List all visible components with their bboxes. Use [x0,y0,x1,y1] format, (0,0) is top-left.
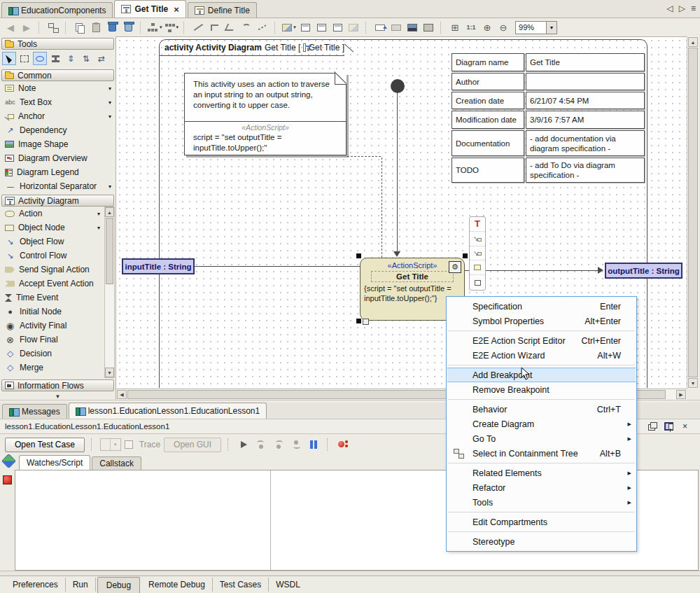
expand-tool[interactable] [470,275,485,290]
scrollbar-thumb[interactable] [688,48,698,377]
navigate-forward-icon[interactable]: ▶ [20,20,34,34]
free-select-tool[interactable] [18,52,31,65]
palette-item-object-node[interactable]: Object Node ▾ [0,221,104,235]
float-panel-icon[interactable] [648,422,657,431]
object-flow-tool[interactable]: ↘ [470,246,485,261]
diagram-info-table[interactable]: Diagram name Get Title Author Creation d… [451,53,645,184]
palette-item-object-flow[interactable]: ↘ Object Flow [0,235,104,249]
note-anchor-tool[interactable] [470,260,485,275]
step-over-icon[interactable] [272,438,286,452]
layout-hierarchy-icon[interactable]: ▾ [148,20,162,34]
paste-icon[interactable] [89,20,103,34]
tab-define-title[interactable]: Define Title [188,2,257,18]
menu-item-refactor[interactable]: Refactor ▶ [447,480,636,495]
scrollbar-thumb[interactable] [106,218,113,284]
diagram-tools-icon[interactable] [346,20,360,34]
menu-item-stereotype[interactable]: Stereotype [447,534,636,549]
zoom-in-icon[interactable]: ⊕ [480,20,494,34]
tab-education-components[interactable]: EducationComponents [1,2,113,18]
breakpoint-marker[interactable] [3,475,12,484]
tab-debug[interactable]: Debug [97,577,140,593]
menu-item-create-diagram[interactable]: Create Diagram ▶ [447,417,636,431]
swap-tool[interactable]: ⇄ [94,52,108,65]
keyboard-icon[interactable] [389,20,403,34]
scroll-up-icon[interactable]: ▲ [688,37,698,47]
palette-item-text-box[interactable]: abc Text Box ▾ [0,95,115,109]
menu-item-edit-compartments[interactable]: Edit Compartments [447,515,636,529]
align-tool[interactable]: ⇅ [79,52,93,65]
tab-test-cases[interactable]: Test Cases [213,578,269,592]
open-diagram-window-icon[interactable] [314,20,328,34]
palette-scrollbar[interactable]: ▲ ▼ [104,207,115,378]
control-flow-tool[interactable]: ↘ [470,232,485,246]
scroll-right-icon[interactable]: ▶ [676,390,686,399]
vertical-separator-tool[interactable]: ⇕ [64,52,78,65]
initial-node[interactable] [391,79,405,93]
tab-callstack[interactable]: Callstack [92,456,141,470]
tab-watches-script[interactable]: Watches/Script [19,455,90,470]
edit-name-tool[interactable]: T [470,217,485,232]
action-gear-icon[interactable]: ⚙ [449,261,461,273]
menu-item-e2e-action-script-editor[interactable]: E2E Action Script Editor Ctrl+Enter [447,333,636,348]
zoom-level-combo[interactable]: 99% ▼ [515,21,557,34]
menu-item-behavior[interactable]: Behavior Ctrl+T [447,402,636,417]
menu-item-remove-breakpoint[interactable]: Remove Breakpoint [447,382,636,397]
save-image-icon[interactable] [405,20,419,34]
palette-item-decision[interactable]: ◇ Decision [0,347,104,361]
path-spline-icon[interactable] [255,20,270,34]
pane-divider[interactable] [270,470,271,570]
menu-item-tools[interactable]: Tools ▶ [447,495,636,510]
delete-icon[interactable] [105,20,119,34]
tab-preferences[interactable]: Preferences [6,578,66,592]
selection-handle[interactable] [356,319,361,323]
breakpoints-icon[interactable] [336,438,350,452]
selection-handle[interactable] [463,253,468,258]
palette-header-information-flows[interactable]: Information Flows [1,379,114,391]
print-preview-icon[interactable] [421,20,435,34]
palette-item-flow-final[interactable]: ⊗ Flow Final [0,333,104,347]
action-name[interactable]: Get Title [371,271,454,282]
path-curved-icon[interactable] [239,20,253,34]
menu-item-add-breakpoint[interactable]: Add Breakpoint [447,368,636,382]
path-straight-icon[interactable] [191,20,205,34]
control-flow-edge[interactable] [397,93,398,253]
palette-item-diagram-legend[interactable]: Diagram Legend [0,165,115,179]
palette-header-tools[interactable]: Tools [1,38,114,50]
palette-item-merge[interactable]: ◇ Merge [0,361,104,375]
tab-remote-debug[interactable]: Remote Debug [141,578,213,592]
output-pin[interactable]: outputTitle : String [605,263,682,279]
trace-combo[interactable]: ▾ [100,438,121,451]
tab-run[interactable]: Run [66,578,96,592]
pin-panel-icon[interactable] [664,422,673,431]
menu-item-related-elements[interactable]: Related Elements ▶ [447,466,636,480]
menu-item-e2e-action-wizard[interactable]: E2E Action Wizard Alt+W [447,348,636,363]
pause-icon[interactable] [307,438,321,452]
stamp-tool[interactable] [48,52,62,65]
palette-item-send-signal-action[interactable]: Send Signal Action [0,263,104,277]
watches-scroll-strip[interactable] [0,571,700,575]
new-diagram-window-icon[interactable] [298,20,312,34]
select-tool[interactable] [2,52,16,65]
chevron-down-icon[interactable]: ▾ [108,183,111,190]
scroll-down-icon[interactable]: ▼ [688,378,698,388]
palette-item-note[interactable]: Note ▾ [0,81,115,95]
tab-wsdl[interactable]: WSDL [269,578,307,592]
menu-item-select-in-containment-tree[interactable]: Select in Containment Tree Alt+B [447,446,636,461]
scroll-tabs-left-icon[interactable]: ◁ [667,4,673,13]
path-rectilinear-icon[interactable] [207,20,221,34]
palette-item-horizontal-separator[interactable]: ---- Horizontal Separator ▾ [0,179,115,193]
resume-icon[interactable] [237,438,251,452]
tab-list-icon[interactable]: ≡ [691,4,696,13]
delete-symbol-icon[interactable] [121,20,135,34]
scroll-left-icon[interactable]: ◀ [117,390,127,399]
add-element-icon[interactable]: ▾ [164,20,179,34]
fit-in-window-icon[interactable]: ⊞ [448,20,462,34]
zoom-combo-arrow-icon[interactable]: ▼ [546,22,556,34]
resize-symbol-icon[interactable] [373,20,387,34]
tab-get-title[interactable]: Get Title × [114,0,186,18]
palette-item-diagram-overview[interactable]: Diagram Overview [0,151,115,165]
palette-item-anchor[interactable]: Anchor ▾ [0,109,115,123]
palette-item-action[interactable]: Action ▾ [0,207,104,221]
chevron-down-icon[interactable]: ▾ [108,99,111,106]
scroll-up-icon[interactable]: ▲ [105,207,114,217]
